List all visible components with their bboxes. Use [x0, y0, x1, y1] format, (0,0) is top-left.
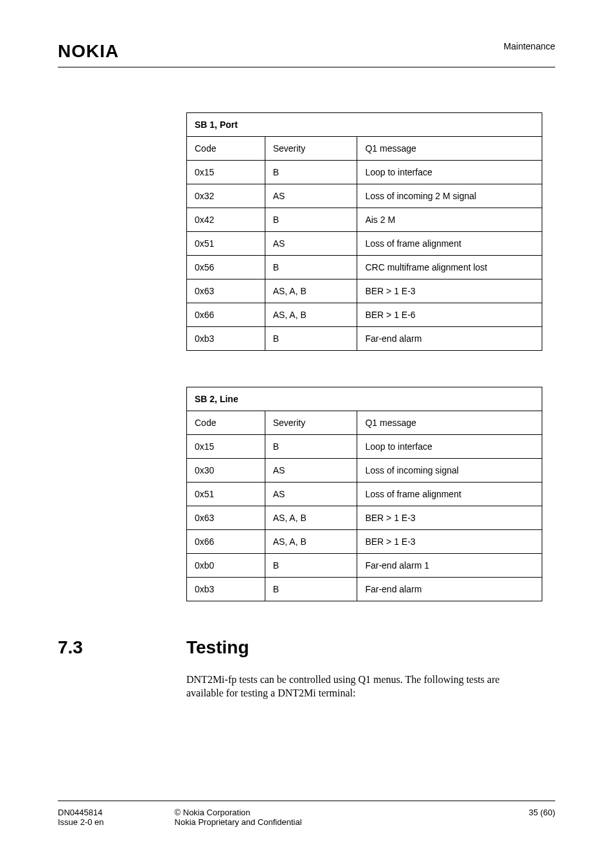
cell: 0xb0	[187, 554, 265, 578]
cell: 0x15	[187, 435, 265, 459]
footer-doc-id: DN0445814	[58, 808, 104, 817]
table-row: 0xb3BFar-end alarm	[187, 578, 542, 601]
cell: Loop to interface	[357, 435, 542, 459]
cell: 0x15	[187, 161, 265, 184]
cell: 0x66	[187, 303, 265, 327]
cell: Loss of frame alignment	[357, 483, 542, 506]
table-row: 0x15BLoop to interface	[187, 435, 542, 459]
table-row: 0x15BLoop to interface	[187, 161, 542, 184]
header-divider	[58, 67, 555, 67]
table-row: 0xb3BFar-end alarm	[187, 327, 542, 351]
cell: Loss of incoming 2 M signal	[357, 184, 542, 208]
col-header: Severity	[265, 137, 357, 161]
cell: 0x42	[187, 208, 265, 232]
logo: NOKIA	[58, 41, 119, 62]
col-header: Code	[187, 137, 265, 161]
cell: 0x32	[187, 184, 265, 208]
footer-divider	[58, 801, 555, 801]
table-sb2-line: SB 2, Line Code Severity Q1 message 0x15…	[186, 387, 542, 601]
cell: 0x63	[187, 506, 265, 530]
cell: 0x66	[187, 530, 265, 554]
cell: AS, A, B	[265, 506, 357, 530]
body-paragraph: DNT2Mi-fp tests can be controlled using …	[186, 673, 529, 700]
breadcrumb: Maintenance	[504, 41, 555, 51]
section-heading: 7.3 Testing	[58, 637, 555, 658]
cell: BER > 1 E-3	[357, 530, 542, 554]
footer-confidential: Nokia Proprietary and Confidential	[175, 817, 529, 827]
footer-issue: Issue 2-0 en	[58, 817, 104, 827]
col-header: Q1 message	[357, 411, 542, 435]
cell: AS	[265, 232, 357, 256]
cell: Far-end alarm 1	[357, 554, 542, 578]
cell: B	[265, 578, 357, 601]
cell: 0x51	[187, 232, 265, 256]
section-title: Testing	[186, 637, 249, 658]
footer: DN0445814 Issue 2-0 en © Nokia Corporati…	[58, 801, 555, 827]
cell: 0x63	[187, 279, 265, 303]
table-header-row: Code Severity Q1 message	[187, 411, 542, 435]
cell: AS, A, B	[265, 303, 357, 327]
cell: AS	[265, 184, 357, 208]
cell: BER > 1 E-3	[357, 506, 542, 530]
col-header: Q1 message	[357, 137, 542, 161]
cell: B	[265, 256, 357, 279]
cell: 0x56	[187, 256, 265, 279]
table-title: SB 2, Line	[187, 387, 542, 411]
table-row: 0x30ASLoss of incoming signal	[187, 459, 542, 483]
cell: Loss of frame alignment	[357, 232, 542, 256]
cell: 0xb3	[187, 578, 265, 601]
table-header-row: Code Severity Q1 message	[187, 137, 542, 161]
cell: B	[265, 161, 357, 184]
cell: AS, A, B	[265, 530, 357, 554]
table-row: 0x42BAis 2 M	[187, 208, 542, 232]
table-row: 0x56BCRC multiframe alignment lost	[187, 256, 542, 279]
col-header: Severity	[265, 411, 357, 435]
cell: 0x51	[187, 483, 265, 506]
cell: BER > 1 E-3	[357, 279, 542, 303]
table-row: 0x51ASLoss of frame alignment	[187, 232, 542, 256]
cell: 0x30	[187, 459, 265, 483]
table-row: 0x63AS, A, BBER > 1 E-3	[187, 279, 542, 303]
cell: BER > 1 E-6	[357, 303, 542, 327]
cell: AS	[265, 483, 357, 506]
cell: AS, A, B	[265, 279, 357, 303]
cell: Far-end alarm	[357, 578, 542, 601]
table-row: 0x66AS, A, BBER > 1 E-6	[187, 303, 542, 327]
cell: CRC multiframe alignment lost	[357, 256, 542, 279]
table-row: 0x51ASLoss of frame alignment	[187, 483, 542, 506]
cell: Loss of incoming signal	[357, 459, 542, 483]
col-header: Code	[187, 411, 265, 435]
footer-copyright: © Nokia Corporation	[175, 808, 529, 817]
cell: Far-end alarm	[357, 327, 542, 351]
section-number: 7.3	[58, 637, 186, 658]
cell: Ais 2 M	[357, 208, 542, 232]
cell: B	[265, 208, 357, 232]
table-title: SB 1, Port	[187, 113, 542, 137]
cell: B	[265, 435, 357, 459]
cell: 0xb3	[187, 327, 265, 351]
cell: AS	[265, 459, 357, 483]
cell: B	[265, 327, 357, 351]
table-row: 0xb0BFar-end alarm 1	[187, 554, 542, 578]
footer-page-number: 35 (60)	[529, 808, 555, 817]
table-row: 0x63AS, A, BBER > 1 E-3	[187, 506, 542, 530]
table-row: 0x32ASLoss of incoming 2 M signal	[187, 184, 542, 208]
table-sb1-port: SB 1, Port Code Severity Q1 message 0x15…	[186, 112, 542, 351]
cell: Loop to interface	[357, 161, 542, 184]
cell: B	[265, 554, 357, 578]
table-row: 0x66AS, A, BBER > 1 E-3	[187, 530, 542, 554]
